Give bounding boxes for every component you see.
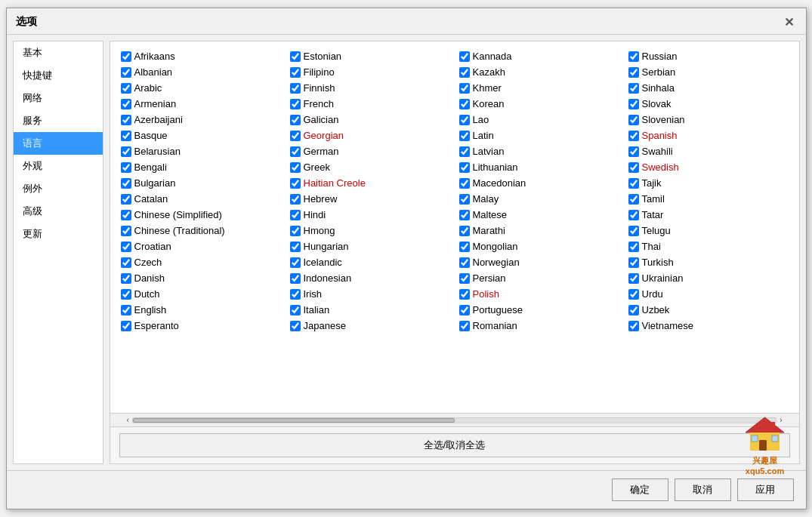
lang-checkbox-tatar[interactable]	[628, 210, 639, 220]
lang-checkbox-hmong[interactable]	[290, 226, 301, 236]
list-item[interactable]: Danish	[118, 271, 284, 285]
lang-checkbox-polish[interactable]	[459, 289, 470, 300]
list-item[interactable]: Bengali	[118, 160, 284, 174]
sidebar-item-网络[interactable]: 网络	[14, 87, 103, 109]
list-item[interactable]: Norwegian	[456, 255, 622, 269]
lang-checkbox-greek[interactable]	[290, 162, 301, 173]
lang-checkbox-latvian[interactable]	[459, 146, 470, 157]
list-item[interactable]: Serbian	[625, 65, 792, 79]
lang-checkbox-azerbaijani[interactable]	[121, 115, 131, 125]
lang-checkbox-tajik[interactable]	[628, 178, 639, 189]
list-item[interactable]: Macedonian	[456, 176, 622, 190]
lang-checkbox-macedonian[interactable]	[459, 178, 470, 189]
lang-checkbox-galician[interactable]	[290, 115, 301, 125]
list-item[interactable]: Icelandic	[287, 255, 453, 269]
lang-checkbox-esperanto[interactable]	[121, 321, 131, 331]
lang-checkbox-hindi[interactable]	[290, 210, 301, 220]
lang-checkbox-filipino[interactable]	[290, 67, 301, 78]
lang-checkbox-kazakh[interactable]	[459, 67, 470, 78]
list-item[interactable]: Irish	[287, 287, 453, 301]
list-item[interactable]: Persian	[456, 271, 622, 285]
list-item[interactable]: Chinese (Simplified)	[118, 208, 284, 222]
list-item[interactable]: Marathi	[456, 223, 622, 238]
list-item[interactable]: Vietnamese	[625, 319, 792, 333]
list-item[interactable]: Slovak	[625, 97, 792, 111]
list-item[interactable]: Arabic	[118, 81, 284, 95]
list-item[interactable]: Basque	[118, 128, 284, 143]
list-item[interactable]: Kannada	[456, 49, 622, 63]
scroll-right-arrow[interactable]: ›	[776, 416, 785, 424]
lang-checkbox-slovenian[interactable]	[628, 115, 639, 125]
lang-checkbox-japanese[interactable]	[290, 321, 301, 331]
sidebar-item-基本[interactable]: 基本	[14, 42, 103, 64]
list-item[interactable]: Finnish	[287, 81, 453, 95]
lang-checkbox-belarusian[interactable]	[121, 146, 131, 157]
lang-checkbox-hungarian[interactable]	[290, 242, 301, 252]
lang-checkbox-ukrainian[interactable]	[628, 273, 639, 284]
lang-checkbox-irish[interactable]	[290, 289, 301, 300]
list-item[interactable]: Croatian	[118, 239, 284, 254]
lang-checkbox-serbian[interactable]	[628, 67, 639, 78]
lang-checkbox-bengali[interactable]	[121, 162, 131, 173]
lang-checkbox-thai[interactable]	[628, 242, 639, 252]
list-item[interactable]: Kazakh	[456, 65, 622, 79]
lang-checkbox-romanian[interactable]	[459, 321, 470, 331]
lang-checkbox-marathi[interactable]	[459, 226, 470, 236]
lang-checkbox-vietnamese[interactable]	[628, 321, 639, 331]
list-item[interactable]: Korean	[456, 97, 622, 111]
list-item[interactable]: Galician	[287, 112, 453, 127]
lang-checkbox-turkish[interactable]	[628, 257, 639, 268]
lang-checkbox-finnish[interactable]	[290, 83, 301, 94]
list-item[interactable]: English	[118, 303, 284, 317]
lang-checkbox-afrikaans[interactable]	[121, 51, 131, 62]
lang-checkbox-uzbek[interactable]	[628, 305, 639, 315]
list-item[interactable]: Sinhala	[625, 81, 792, 95]
list-item[interactable]: Tamil	[625, 192, 792, 206]
select-all-button[interactable]: 全选/取消全选	[119, 433, 790, 457]
lang-checkbox-albanian[interactable]	[121, 67, 131, 78]
lang-checkbox-danish[interactable]	[121, 273, 131, 284]
list-item[interactable]: Latin	[456, 128, 622, 143]
lang-checkbox-hebrew[interactable]	[290, 194, 301, 205]
list-item[interactable]: Japanese	[287, 319, 453, 333]
list-item[interactable]: Italian	[287, 303, 453, 317]
list-item[interactable]: Albanian	[118, 65, 284, 79]
lang-checkbox-chinese-(traditional)[interactable]	[121, 226, 131, 236]
language-grid-container[interactable]: AfrikaansEstonianKannadaRussianAlbanianF…	[110, 42, 799, 413]
lang-checkbox-latin[interactable]	[459, 131, 470, 141]
list-item[interactable]: Telugu	[625, 223, 792, 238]
lang-checkbox-arabic[interactable]	[121, 83, 131, 94]
close-button[interactable]: ✕	[782, 14, 797, 29]
lang-checkbox-sinhala[interactable]	[628, 83, 639, 94]
sidebar-item-外观[interactable]: 外观	[14, 155, 103, 177]
list-item[interactable]: Malay	[456, 192, 622, 206]
sidebar-item-更新[interactable]: 更新	[14, 223, 103, 245]
lang-checkbox-georgian[interactable]	[290, 131, 301, 141]
list-item[interactable]: Hungarian	[287, 239, 453, 254]
cancel-button[interactable]: 取消	[675, 479, 731, 501]
list-item[interactable]: Greek	[287, 160, 453, 174]
lang-checkbox-chinese-(simplified)[interactable]	[121, 210, 131, 220]
lang-checkbox-dutch[interactable]	[121, 289, 131, 300]
lang-checkbox-mongolian[interactable]	[459, 242, 470, 252]
list-item[interactable]: Esperanto	[118, 319, 284, 333]
list-item[interactable]: Khmer	[456, 81, 622, 95]
list-item[interactable]: Czech	[118, 255, 284, 269]
sidebar-item-快捷键[interactable]: 快捷键	[14, 64, 103, 87]
lang-checkbox-german[interactable]	[290, 146, 301, 157]
list-item[interactable]: Filipino	[287, 65, 453, 79]
lang-checkbox-korean[interactable]	[459, 99, 470, 109]
list-item[interactable]: Polish	[456, 287, 622, 301]
ok-button[interactable]: 确定	[612, 479, 668, 501]
list-item[interactable]: Bulgarian	[118, 176, 284, 190]
list-item[interactable]: Maltese	[456, 208, 622, 222]
lang-checkbox-icelandic[interactable]	[290, 257, 301, 268]
lang-checkbox-norwegian[interactable]	[459, 257, 470, 268]
lang-checkbox-bulgarian[interactable]	[121, 178, 131, 189]
lang-checkbox-khmer[interactable]	[459, 83, 470, 94]
lang-checkbox-czech[interactable]	[121, 257, 131, 268]
list-item[interactable]: Ukrainian	[625, 271, 792, 285]
list-item[interactable]: Hindi	[287, 208, 453, 222]
scroll-left-arrow[interactable]: ‹	[124, 416, 132, 424]
lang-checkbox-basque[interactable]	[121, 131, 131, 141]
